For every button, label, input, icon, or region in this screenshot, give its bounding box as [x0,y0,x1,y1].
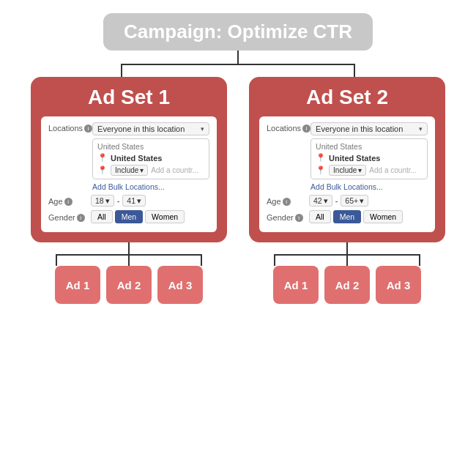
adset1-branch-bottom [56,256,202,266]
adset1-wrapper: Ad Set 1 Locations i Everyone in this lo… [31,77,227,304]
adset2-title: Ad Set 2 [259,86,435,109]
adset1-branch-seg1 [56,256,57,266]
adset2-locations-dropdown[interactable]: Everyone in this location ▾ [310,122,428,135]
adset2-location-header: United States [316,142,423,151]
branch-top [121,65,355,77]
adset1-bottom-connector: Ad 1 Ad 2 Ad 3 [31,242,227,304]
adset2-gender-all[interactable]: All [309,210,331,223]
adset2-gender-women[interactable]: Women [363,210,403,223]
adset1-title: Ad Set 1 [41,86,217,109]
adset2-wrapper: Ad Set 2 Locations i Everyone in this lo… [249,77,445,304]
top-connector [7,51,469,77]
adset2-location-box: United States 📍 United States 📍 Include … [310,138,428,179]
adset1-inner-panel: Locations i Everyone in this location ▾ … [41,116,217,232]
adset1-location-box: United States 📍 United States 📍 Include … [92,138,209,179]
adset2-branch-bottom [274,256,420,266]
adset2-gender-men[interactable]: Men [333,210,361,223]
adset1-ad2: Ad 2 [106,266,152,304]
adset1-include-button[interactable]: Include ▾ [111,165,148,176]
adset2-branch-seg2 [346,256,348,266]
adset1-age-dash: - [117,196,120,205]
adset2-locations-label: Locations i [267,122,310,133]
adset2-branch-seg1 [274,256,275,266]
adset2-ad3: Ad 3 [376,266,421,304]
adset2-gender-buttons: All Men Women [309,210,428,223]
adset1-include-pin-icon: 📍 [97,166,108,175]
adset1-locations-content: Everyone in this location ▾ United State… [92,122,209,191]
adset2-age-label: Age i [267,196,309,206]
adset2-age-to[interactable]: 65+ ▾ [341,195,368,207]
vert-line-top [237,51,239,64]
adset1-vert-bottom [128,242,130,254]
adset2-age-dash: - [335,196,338,205]
adset2-gender-label: Gender i [267,212,309,222]
adset2-age-info-icon[interactable]: i [283,198,291,206]
adset1-gender-label: Gender i [48,212,91,222]
campaign-title: Campaign: Optimize CTR [124,21,352,42]
adset1-gender-row: Gender i All Men Women [48,210,209,223]
adset2-locations-content: Everyone in this location ▾ United State… [310,122,428,191]
adset1-card: Ad Set 1 Locations i Everyone in this lo… [31,77,227,242]
branch-top-left [121,65,122,77]
adset1-pin-icon: 📍 [97,153,108,163]
adset2-age-content: 42 ▾ - 65+ ▾ [309,195,428,207]
adset2-locations-info-icon[interactable]: i [302,124,310,133]
adset1-locations-label: Locations i [48,122,92,133]
adsets-row: Ad Set 1 Locations i Everyone in this lo… [31,77,445,304]
adset1-locations-info-icon[interactable]: i [84,124,92,133]
adset1-ad3: Ad 3 [157,266,203,304]
adset1-locations-row: Locations i Everyone in this location ▾ … [48,122,209,191]
adset1-include-row: 📍 Include ▾ Add a countr... [97,165,204,176]
adset1-locations-dropdown[interactable]: Everyone in this location ▾ [92,122,209,135]
adset2-include-row: 📍 Include ▾ Add a countr... [316,165,423,176]
adset2-branch-seg3 [419,256,420,266]
adset1-location-item: 📍 United States [97,153,204,163]
adset2-age-from[interactable]: 42 ▾ [309,195,332,207]
adset1-gender-men[interactable]: Men [115,210,143,223]
adset1-add-bulk-link[interactable]: Add Bulk Locations... [92,182,209,191]
adset2-card: Ad Set 2 Locations i Everyone in this lo… [249,77,445,242]
adset2-dropdown-arrow: ▾ [419,125,423,133]
adset2-add-bulk-link[interactable]: Add Bulk Locations... [310,182,428,191]
adset2-gender-row: Gender i All Men Women [267,210,428,223]
adset1-age-content: 18 ▾ - 41 ▾ [91,195,209,207]
adset2-ad2: Ad 2 [324,266,370,304]
campaign-title-box: Campaign: Optimize CTR [103,13,373,51]
adset2-inner-panel: Locations i Everyone in this location ▾ … [259,116,435,232]
adset1-age-label: Age i [48,196,91,206]
adset1-age-info-icon[interactable]: i [64,198,72,206]
adset1-ads-row: Ad 1 Ad 2 Ad 3 [55,266,203,304]
adset2-age-row: Age i 42 ▾ - 65+ ▾ [267,195,428,207]
adset1-gender-women[interactable]: Women [145,210,185,223]
adset2-include-pin-icon: 📍 [316,166,326,175]
adset1-age-from[interactable]: 18 ▾ [91,195,114,207]
branch-top-right [354,65,355,77]
adset2-add-country[interactable]: Add a countr... [369,166,417,174]
adset2-include-button[interactable]: Include ▾ [329,165,366,176]
adset1-gender-all[interactable]: All [91,210,113,223]
adset2-bottom-connector: Ad 1 Ad 2 Ad 3 [249,242,445,304]
adset2-location-item: 📍 United States [316,153,423,163]
adset1-age-row: Age i 18 ▾ - 41 ▾ [48,195,209,207]
adset2-ad1: Ad 1 [273,266,319,304]
adset1-location-header: United States [97,142,204,151]
adset2-pin-icon: 📍 [316,153,326,163]
adset1-branch-seg2 [128,256,130,266]
adset1-gender-info-icon[interactable]: i [77,214,85,222]
adset1-age-to[interactable]: 41 ▾ [122,195,146,207]
adset2-gender-info-icon[interactable]: i [295,214,303,222]
adset1-add-country[interactable]: Add a countr... [151,166,198,174]
adset1-ad1: Ad 1 [55,266,100,304]
adset2-vert-bottom [346,242,348,254]
adset2-ads-row: Ad 1 Ad 2 Ad 3 [273,266,421,304]
adset1-branch-seg3 [201,256,202,266]
adset2-locations-row: Locations i Everyone in this location ▾ … [267,122,428,191]
adset1-gender-buttons: All Men Women [91,210,209,223]
adset1-dropdown-arrow: ▾ [201,125,204,133]
